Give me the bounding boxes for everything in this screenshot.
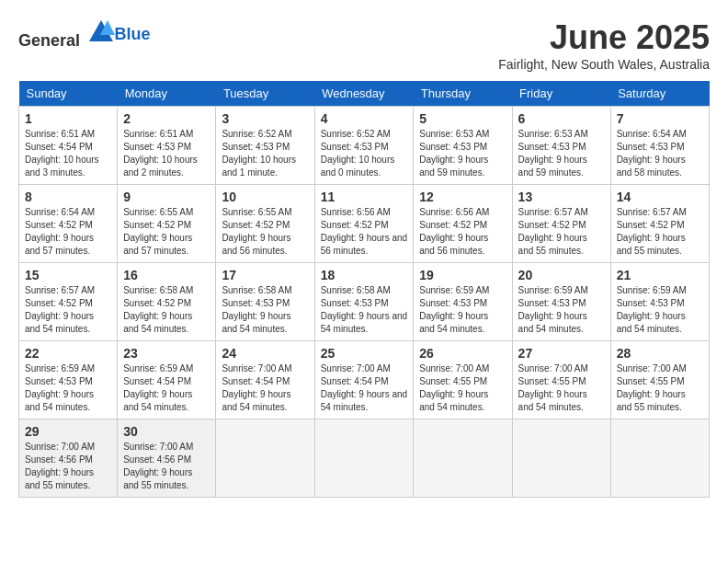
calendar-cell: 22 Sunrise: 6:59 AM Sunset: 4:53 PM Dayl… bbox=[19, 341, 118, 419]
day-number: 13 bbox=[518, 190, 605, 204]
calendar-week-row: 1 Sunrise: 6:51 AM Sunset: 4:54 PM Dayli… bbox=[19, 107, 710, 185]
calendar-cell bbox=[216, 419, 314, 498]
calendar-cell: 12 Sunrise: 6:56 AM Sunset: 4:52 PM Dayl… bbox=[414, 185, 512, 263]
day-info: Sunrise: 6:58 AM Sunset: 4:53 PM Dayligh… bbox=[321, 284, 408, 336]
calendar-cell: 5 Sunrise: 6:53 AM Sunset: 4:53 PM Dayli… bbox=[414, 107, 512, 185]
month-title: June 2025 bbox=[498, 18, 710, 57]
title-section: June 2025 Fairlight, New South Wales, Au… bbox=[498, 18, 710, 72]
calendar-week-row: 8 Sunrise: 6:54 AM Sunset: 4:52 PM Dayli… bbox=[19, 185, 710, 263]
logo-icon bbox=[87, 18, 115, 46]
calendar-cell: 21 Sunrise: 6:59 AM Sunset: 4:53 PM Dayl… bbox=[610, 263, 709, 341]
day-info: Sunrise: 7:00 AM Sunset: 4:55 PM Dayligh… bbox=[518, 362, 605, 414]
calendar-cell: 17 Sunrise: 6:58 AM Sunset: 4:53 PM Dayl… bbox=[216, 263, 314, 341]
day-number: 9 bbox=[123, 190, 210, 204]
calendar-cell: 19 Sunrise: 6:59 AM Sunset: 4:53 PM Dayl… bbox=[414, 263, 512, 341]
day-info: Sunrise: 6:52 AM Sunset: 4:53 PM Dayligh… bbox=[321, 128, 408, 179]
calendar-cell: 16 Sunrise: 6:58 AM Sunset: 4:52 PM Dayl… bbox=[118, 263, 216, 341]
calendar-cell bbox=[414, 419, 512, 498]
calendar-cell: 13 Sunrise: 6:57 AM Sunset: 4:52 PM Dayl… bbox=[512, 185, 610, 263]
day-info: Sunrise: 6:58 AM Sunset: 4:53 PM Dayligh… bbox=[222, 284, 308, 336]
day-number: 16 bbox=[123, 268, 210, 282]
day-info: Sunrise: 6:54 AM Sunset: 4:53 PM Dayligh… bbox=[617, 128, 703, 179]
day-number: 22 bbox=[25, 346, 111, 361]
day-info: Sunrise: 6:55 AM Sunset: 4:52 PM Dayligh… bbox=[123, 206, 210, 258]
page-header: General Blue June 2025 Fairlight, New So… bbox=[18, 18, 710, 72]
header-monday: Monday bbox=[118, 81, 216, 107]
day-info: Sunrise: 6:53 AM Sunset: 4:53 PM Dayligh… bbox=[518, 128, 605, 179]
day-info: Sunrise: 6:57 AM Sunset: 4:52 PM Dayligh… bbox=[518, 206, 605, 258]
calendar-cell: 28 Sunrise: 7:00 AM Sunset: 4:55 PM Dayl… bbox=[610, 341, 709, 419]
logo-blue: Blue bbox=[115, 25, 151, 44]
header-tuesday: Tuesday bbox=[216, 81, 314, 107]
day-info: Sunrise: 7:00 AM Sunset: 4:56 PM Dayligh… bbox=[25, 441, 111, 492]
day-info: Sunrise: 7:00 AM Sunset: 4:55 PM Dayligh… bbox=[617, 362, 703, 414]
logo: General Blue bbox=[18, 18, 151, 51]
header-thursday: Thursday bbox=[414, 81, 512, 107]
day-info: Sunrise: 6:58 AM Sunset: 4:52 PM Dayligh… bbox=[123, 284, 210, 336]
calendar-cell: 30 Sunrise: 7:00 AM Sunset: 4:56 PM Dayl… bbox=[118, 419, 216, 498]
day-number: 11 bbox=[321, 190, 408, 204]
header-friday: Friday bbox=[512, 81, 610, 107]
day-info: Sunrise: 6:51 AM Sunset: 4:53 PM Dayligh… bbox=[123, 128, 210, 179]
day-number: 21 bbox=[617, 268, 703, 282]
calendar-cell: 18 Sunrise: 6:58 AM Sunset: 4:53 PM Dayl… bbox=[314, 263, 414, 341]
calendar-cell: 10 Sunrise: 6:55 AM Sunset: 4:52 PM Dayl… bbox=[216, 185, 314, 263]
day-info: Sunrise: 6:52 AM Sunset: 4:53 PM Dayligh… bbox=[222, 128, 308, 179]
day-number: 30 bbox=[123, 424, 210, 439]
day-number: 28 bbox=[617, 346, 703, 361]
calendar-cell: 25 Sunrise: 7:00 AM Sunset: 4:54 PM Dayl… bbox=[314, 341, 414, 419]
calendar-cell: 8 Sunrise: 6:54 AM Sunset: 4:52 PM Dayli… bbox=[19, 185, 118, 263]
day-number: 4 bbox=[321, 111, 408, 126]
day-number: 15 bbox=[25, 268, 111, 282]
day-info: Sunrise: 6:56 AM Sunset: 4:52 PM Dayligh… bbox=[419, 206, 506, 258]
day-number: 23 bbox=[123, 346, 210, 361]
calendar-cell: 26 Sunrise: 7:00 AM Sunset: 4:55 PM Dayl… bbox=[414, 341, 512, 419]
day-info: Sunrise: 6:59 AM Sunset: 4:53 PM Dayligh… bbox=[25, 362, 111, 414]
day-number: 1 bbox=[25, 111, 111, 126]
day-info: Sunrise: 6:59 AM Sunset: 4:53 PM Dayligh… bbox=[518, 284, 605, 336]
calendar-cell: 1 Sunrise: 6:51 AM Sunset: 4:54 PM Dayli… bbox=[19, 107, 118, 185]
calendar-header-row: SundayMondayTuesdayWednesdayThursdayFrid… bbox=[19, 81, 710, 107]
calendar-cell: 7 Sunrise: 6:54 AM Sunset: 4:53 PM Dayli… bbox=[610, 107, 709, 185]
calendar-week-row: 15 Sunrise: 6:57 AM Sunset: 4:52 PM Dayl… bbox=[19, 263, 710, 341]
day-info: Sunrise: 7:00 AM Sunset: 4:54 PM Dayligh… bbox=[321, 362, 408, 414]
day-number: 18 bbox=[321, 268, 408, 282]
calendar-cell: 15 Sunrise: 6:57 AM Sunset: 4:52 PM Dayl… bbox=[19, 263, 118, 341]
location-title: Fairlight, New South Wales, Australia bbox=[498, 57, 710, 72]
calendar-cell: 14 Sunrise: 6:57 AM Sunset: 4:52 PM Dayl… bbox=[610, 185, 709, 263]
day-info: Sunrise: 6:57 AM Sunset: 4:52 PM Dayligh… bbox=[617, 206, 703, 258]
day-number: 7 bbox=[617, 111, 703, 126]
calendar-cell bbox=[314, 419, 414, 498]
day-info: Sunrise: 6:56 AM Sunset: 4:52 PM Dayligh… bbox=[321, 206, 408, 258]
header-wednesday: Wednesday bbox=[314, 81, 414, 107]
logo-general: General bbox=[18, 31, 80, 50]
day-number: 26 bbox=[419, 346, 506, 361]
calendar-cell bbox=[610, 419, 709, 498]
calendar-week-row: 22 Sunrise: 6:59 AM Sunset: 4:53 PM Dayl… bbox=[19, 341, 710, 419]
day-number: 10 bbox=[222, 190, 308, 204]
day-number: 25 bbox=[321, 346, 408, 361]
day-number: 29 bbox=[25, 424, 111, 439]
day-info: Sunrise: 6:59 AM Sunset: 4:53 PM Dayligh… bbox=[419, 284, 506, 336]
calendar-cell: 20 Sunrise: 6:59 AM Sunset: 4:53 PM Dayl… bbox=[512, 263, 610, 341]
calendar-cell bbox=[512, 419, 610, 498]
day-info: Sunrise: 6:59 AM Sunset: 4:53 PM Dayligh… bbox=[617, 284, 703, 336]
calendar-cell: 9 Sunrise: 6:55 AM Sunset: 4:52 PM Dayli… bbox=[118, 185, 216, 263]
day-info: Sunrise: 6:59 AM Sunset: 4:54 PM Dayligh… bbox=[123, 362, 210, 414]
calendar-cell: 3 Sunrise: 6:52 AM Sunset: 4:53 PM Dayli… bbox=[216, 107, 314, 185]
day-number: 14 bbox=[617, 190, 703, 204]
day-number: 19 bbox=[419, 268, 506, 282]
day-info: Sunrise: 6:53 AM Sunset: 4:53 PM Dayligh… bbox=[419, 128, 506, 179]
day-info: Sunrise: 7:00 AM Sunset: 4:54 PM Dayligh… bbox=[222, 362, 308, 414]
day-info: Sunrise: 6:51 AM Sunset: 4:54 PM Dayligh… bbox=[25, 128, 111, 179]
day-number: 24 bbox=[222, 346, 308, 361]
calendar-cell: 23 Sunrise: 6:59 AM Sunset: 4:54 PM Dayl… bbox=[118, 341, 216, 419]
calendar-cell: 27 Sunrise: 7:00 AM Sunset: 4:55 PM Dayl… bbox=[512, 341, 610, 419]
day-number: 2 bbox=[123, 111, 210, 126]
day-number: 3 bbox=[222, 111, 308, 126]
day-number: 12 bbox=[419, 190, 506, 204]
day-number: 5 bbox=[419, 111, 506, 126]
calendar-week-row: 29 Sunrise: 7:00 AM Sunset: 4:56 PM Dayl… bbox=[19, 419, 710, 498]
header-saturday: Saturday bbox=[610, 81, 709, 107]
day-number: 17 bbox=[222, 268, 308, 282]
